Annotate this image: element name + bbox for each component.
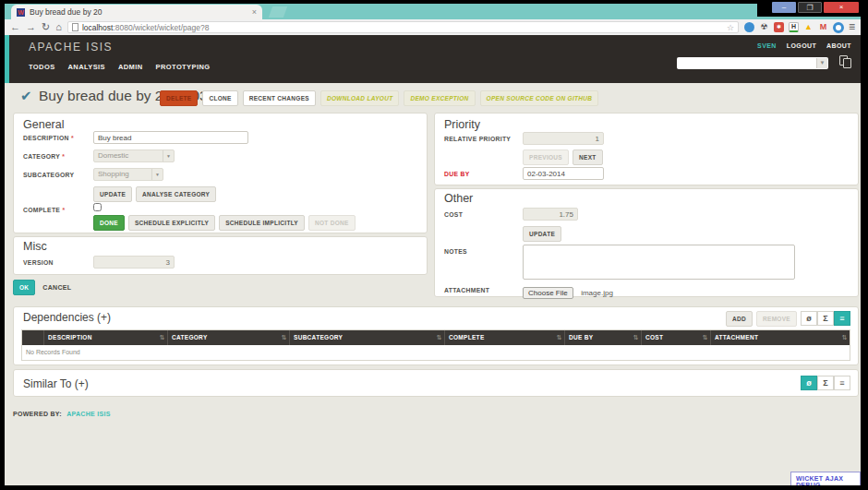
menu-item-analysis[interactable]: ANALYSIS	[68, 63, 105, 71]
forward-icon[interactable]: →	[26, 19, 36, 35]
subcategory-label: SUBCATEGORY	[23, 172, 74, 178]
add-button[interactable]: ADD	[726, 311, 753, 327]
logout-link[interactable]: LOGOUT	[787, 42, 816, 49]
analyse-category-button[interactable]: ANALYSE CATEGORY	[136, 186, 216, 202]
demo-exception-button[interactable]: DEMO EXCEPTION	[404, 90, 475, 106]
sort-icon[interactable]: ⇅	[633, 330, 639, 345]
cancel-button[interactable]: CANCEL	[42, 284, 71, 291]
hide-columns-icon[interactable]: ø	[801, 311, 817, 326]
radiation-extension-icon[interactable]: ☢	[759, 22, 769, 32]
browser-menu-icon[interactable]: ≡	[849, 19, 855, 35]
complete-checkbox[interactable]	[93, 203, 102, 211]
wicket-ajax-debug-link[interactable]: WICKET AJAX DEBUG	[790, 472, 861, 485]
next-button[interactable]: NEXT	[573, 149, 603, 165]
window-close-button[interactable]: ×	[824, 2, 859, 13]
url-text[interactable]: localhost:8080/wicket/wicket/page?8	[82, 23, 723, 32]
url-input[interactable]: localhost:8080/wicket/wicket/page?8 ☆	[67, 21, 739, 33]
footer-brand-link[interactable]: APACHE ISIS	[66, 411, 111, 417]
schedule-implicitly-button[interactable]: SCHEDULE IMPLICITLY	[219, 215, 305, 231]
menu-item-todos[interactable]: TODOS	[29, 63, 55, 71]
about-link[interactable]: ABOUT	[826, 42, 851, 49]
version-label: VERSION	[23, 259, 54, 266]
cost-actions: UPDATE	[523, 226, 561, 242]
user-link[interactable]: SVEN	[757, 42, 777, 49]
bookmark-star-icon[interactable]: ☆	[727, 23, 734, 32]
chevron-down-icon: ▼	[163, 150, 174, 161]
back-icon[interactable]: ←	[10, 19, 20, 35]
menu-item-prototyping[interactable]: PROTOTYPING	[156, 63, 211, 71]
download-layout-button[interactable]: DOWNLOAD LAYOUT	[320, 90, 400, 106]
notes-field[interactable]	[523, 245, 795, 280]
recent-changes-button[interactable]: RECENT CHANGES	[243, 90, 316, 106]
complete-label: COMPLETE *	[23, 207, 65, 213]
drive-extension-icon[interactable]: ▲	[803, 22, 814, 32]
table-body: No Records Found	[22, 345, 850, 360]
not-done-button: NOT DONE	[308, 215, 356, 231]
due-by-field[interactable]	[523, 167, 604, 180]
list-view-icon[interactable]: ≡	[834, 376, 850, 390]
dependencies-panel: Dependencies (+) ADD REMOVE ø Σ ≡ DESCRI…	[13, 306, 859, 365]
list-view-icon[interactable]: ≡	[834, 311, 850, 326]
similar-to-heading: Similar To (+)	[23, 377, 89, 390]
sort-icon[interactable]: ⇅	[703, 330, 708, 345]
open-source-button[interactable]: OPEN SOURCE CODE ON GITHUB	[480, 90, 599, 106]
copy-page-icon[interactable]	[839, 55, 854, 69]
clone-button[interactable]: CLONE	[202, 90, 237, 106]
header-search-input[interactable]: ▼	[677, 57, 828, 69]
summary-sigma-icon[interactable]: Σ	[817, 376, 834, 390]
window-minimize-button[interactable]: –	[772, 2, 796, 13]
category-select[interactable]: Domestic▼	[93, 149, 175, 162]
search-dropdown-icon[interactable]: ▼	[816, 58, 827, 68]
browser-tab-bar: W Buy bread due by 20 ×	[5, 4, 861, 19]
menu-item-admin[interactable]: ADMIN	[118, 63, 143, 71]
hide-columns-icon[interactable]: ø	[801, 376, 817, 390]
remove-button: REMOVE	[756, 311, 797, 327]
description-field[interactable]	[93, 131, 248, 144]
cost-field	[523, 208, 578, 221]
sort-icon[interactable]: ⇅	[557, 330, 562, 345]
column-header-attachment[interactable]: ATTACHMENT⇅	[711, 330, 850, 345]
sort-icon[interactable]: ⇅	[160, 330, 165, 345]
home-icon[interactable]: ⌂	[55, 19, 62, 35]
column-header-subcategory[interactable]: SUBCATEGORY⇅	[290, 330, 445, 345]
subcategory-select[interactable]: Shopping▼	[93, 168, 163, 181]
done-button[interactable]: DONE	[93, 215, 125, 231]
schedule-explicitly-button[interactable]: SCHEDULE EXPLICITLY	[128, 215, 215, 231]
extension-icon-3[interactable]: H	[789, 22, 799, 32]
tab-favicon-icon: W	[17, 8, 25, 17]
cost-label: COST	[444, 211, 463, 218]
column-header-complete[interactable]: COMPLETE⇅	[445, 330, 565, 345]
priority-heading: Priority	[444, 118, 480, 131]
choose-file-button[interactable]: Choose File	[523, 287, 573, 299]
extension-icon-2[interactable]: ✱	[774, 22, 784, 32]
tab-close-icon[interactable]: ×	[252, 7, 257, 17]
column-header-description[interactable]: DESCRIPTION⇅	[44, 330, 168, 345]
attachment-label: ATTACHMENT	[444, 287, 489, 293]
column-header-due-by[interactable]: DUE BY⇅	[565, 330, 642, 345]
sort-icon[interactable]: ⇅	[842, 330, 848, 345]
update-cost-button[interactable]: UPDATE	[523, 226, 561, 242]
browser-tab[interactable]: W Buy bread due by 20 ×	[11, 5, 262, 19]
update-button[interactable]: UPDATE	[93, 186, 132, 202]
priority-panel: Priority RELATIVE PRIORITY PREVIOUS NEXT…	[434, 113, 859, 185]
summary-sigma-icon[interactable]: Σ	[817, 311, 834, 326]
sort-icon[interactable]: ⇅	[282, 330, 287, 345]
new-tab-button[interactable]	[269, 6, 287, 18]
misc-heading: Misc	[23, 240, 47, 253]
form-action-row: OK CANCEL	[13, 280, 71, 295]
window-maximize-button[interactable]: ❐	[798, 2, 822, 13]
table-header-row: DESCRIPTION⇅ CATEGORY⇅ SUBCATEGORY⇅ COMP…	[22, 330, 850, 345]
delete-button[interactable]: DELETE	[160, 90, 198, 106]
ok-button[interactable]: OK	[13, 280, 35, 295]
column-header-category[interactable]: CATEGORY⇅	[168, 330, 290, 345]
dependencies-table: DESCRIPTION⇅ CATEGORY⇅ SUBCATEGORY⇅ COMP…	[21, 329, 850, 361]
sort-icon[interactable]: ⇅	[437, 330, 442, 345]
attachment-filename: image.jpg	[581, 289, 613, 297]
column-header-cost[interactable]: COST⇅	[642, 330, 711, 345]
extension-icon-1[interactable]	[744, 22, 754, 32]
gmail-extension-icon[interactable]: M	[818, 22, 828, 32]
refresh-icon[interactable]: ↻	[42, 19, 50, 35]
description-label: DESCRIPTION *	[23, 135, 74, 141]
extension-icon-4[interactable]	[833, 22, 844, 33]
category-label: CATEGORY *	[23, 153, 65, 160]
